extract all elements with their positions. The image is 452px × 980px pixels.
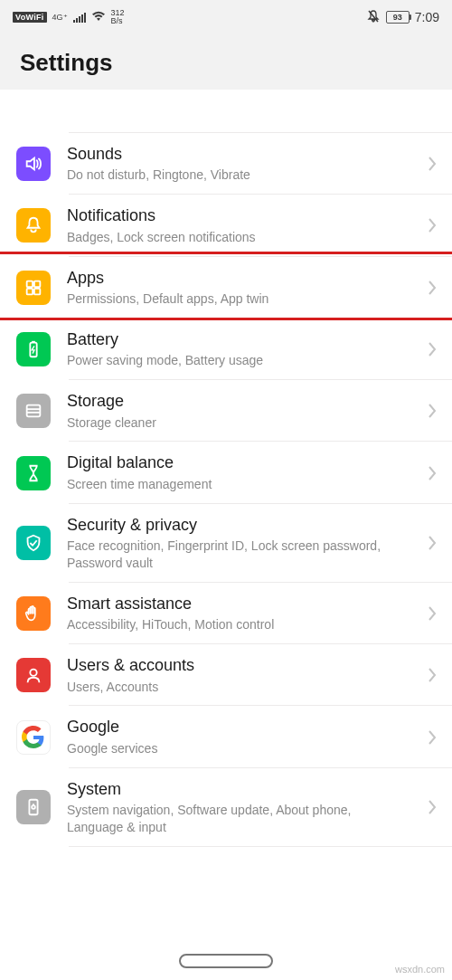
row-subtitle: Permissions, Default apps, App twin	[67, 290, 410, 308]
svg-point-10	[30, 670, 36, 676]
signal-icon	[73, 12, 86, 23]
system-icon	[16, 790, 51, 824]
status-left: VoWiFi 4G⁺ 312 B/s	[13, 9, 125, 25]
status-bar: VoWiFi 4G⁺ 312 B/s 93 7:09	[0, 0, 452, 29]
chevron-right-icon	[427, 340, 438, 358]
chevron-right-icon	[427, 402, 438, 420]
row-title: Smart assistance	[67, 594, 410, 614]
row-title: Battery	[67, 329, 410, 350]
chevron-right-icon	[427, 666, 438, 684]
chevron-right-icon	[427, 279, 438, 297]
row-subtitle: Screen time management	[67, 476, 410, 493]
chevron-right-icon	[427, 464, 438, 482]
svg-rect-4	[34, 289, 40, 294]
row-subtitle: Google services	[67, 740, 410, 757]
list-item-users[interactable]: Users & accounts Users, Accounts	[0, 644, 452, 706]
hourglass-icon	[16, 456, 51, 490]
network-label: 4G⁺	[52, 14, 68, 22]
row-title: Digital balance	[67, 452, 410, 473]
row-title: System	[67, 779, 410, 800]
list-item-apps[interactable]: Apps Permissions, Default apps, App twin	[0, 257, 452, 319]
svg-point-12	[32, 805, 35, 809]
row-subtitle: Badges, Lock screen notifications	[67, 229, 410, 246]
nav-pill-button[interactable]	[179, 954, 273, 968]
list-item-system[interactable]: System System navigation, Software updat…	[0, 768, 452, 847]
chevron-right-icon	[427, 155, 438, 173]
svg-rect-6	[32, 341, 35, 343]
row-title: Google	[67, 717, 410, 737]
sounds-icon	[16, 147, 51, 181]
svg-rect-2	[34, 281, 40, 286]
svg-rect-7	[27, 405, 41, 417]
header: Settings	[0, 29, 452, 90]
vowifi-badge: VoWiFi	[13, 12, 47, 23]
list-item-smart-assistance[interactable]: Smart assistance Accessibility, HiTouch,…	[0, 583, 452, 644]
list-item-battery[interactable]: Battery Power saving mode, Battery usage	[0, 319, 452, 380]
chevron-right-icon	[427, 728, 438, 747]
battery-indicator: 93	[386, 11, 410, 24]
settings-list[interactable]: Sounds Do not disturb, Ringtone, Vibrate…	[0, 90, 452, 956]
clock: 7:09	[415, 10, 439, 24]
nav-bar	[0, 942, 452, 980]
chevron-right-icon	[427, 604, 438, 623]
list-item-sounds[interactable]: Sounds Do not disturb, Ringtone, Vibrate	[0, 133, 452, 195]
mute-icon	[366, 9, 381, 26]
svg-rect-3	[27, 289, 33, 294]
row-subtitle: Accessibility, HiTouch, Motion control	[67, 616, 410, 633]
list-item-digital-balance[interactable]: Digital balance Screen time management	[0, 442, 452, 503]
chevron-right-icon	[427, 216, 438, 234]
row-subtitle: Do not disturb, Ringtone, Vibrate	[67, 167, 410, 184]
row-title: Users & accounts	[67, 655, 410, 676]
row-title: Apps	[67, 268, 410, 289]
row-title: Notifications	[67, 205, 410, 226]
svg-rect-1	[27, 281, 33, 286]
list-item-security[interactable]: Security & privacy Face recognition, Fin…	[0, 504, 452, 583]
chevron-right-icon	[427, 798, 438, 816]
hand-icon	[16, 596, 51, 631]
data-speed: 312 B/s	[111, 9, 125, 25]
list-item-storage[interactable]: Storage Storage cleaner	[0, 380, 452, 442]
row-subtitle: System navigation, Software update, Abou…	[67, 802, 410, 836]
row-title: Security & privacy	[67, 515, 410, 536]
list-item-google[interactable]: Google Google services	[0, 706, 452, 767]
wifi-icon	[91, 11, 106, 24]
storage-icon	[16, 394, 51, 428]
row-subtitle: Face recognition, Fingerprint ID, Lock s…	[67, 538, 410, 572]
status-right: 93 7:09	[366, 9, 439, 26]
row-title: Sounds	[67, 144, 410, 165]
user-icon	[16, 658, 51, 692]
chevron-right-icon	[427, 534, 438, 552]
battery-icon	[16, 332, 51, 366]
bell-icon	[16, 208, 51, 243]
google-icon	[16, 720, 51, 755]
apps-icon	[16, 271, 51, 305]
row-title: Storage	[67, 391, 410, 412]
list-item-partial[interactable]	[0, 90, 452, 133]
watermark: wsxdn.com	[395, 964, 445, 975]
row-subtitle: Users, Accounts	[67, 679, 410, 696]
list-item-notifications[interactable]: Notifications Badges, Lock screen notifi…	[0, 195, 452, 256]
shield-icon	[16, 526, 51, 560]
svg-rect-11	[29, 800, 37, 815]
row-subtitle: Power saving mode, Battery usage	[67, 352, 410, 369]
page-title: Settings	[20, 49, 432, 77]
row-subtitle: Storage cleaner	[67, 414, 410, 432]
